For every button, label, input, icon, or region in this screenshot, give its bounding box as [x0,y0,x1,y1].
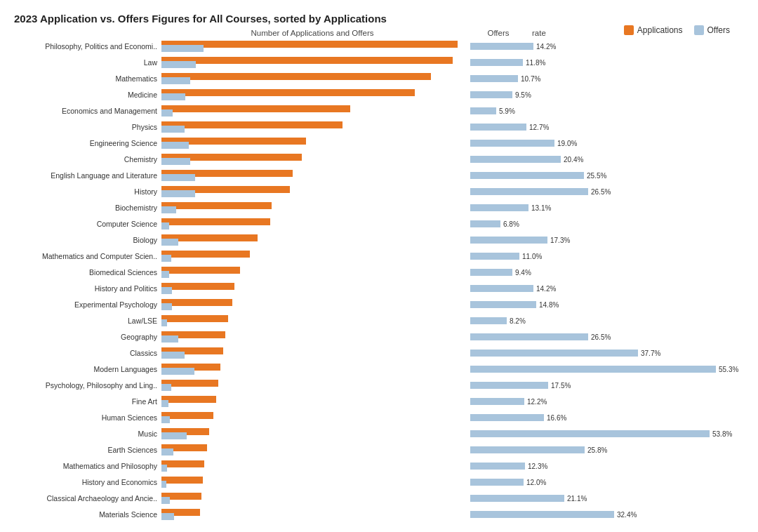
offer-bar-left [161,400,168,407]
offer-bar-left [161,287,172,294]
apps-bars [161,395,463,408]
offer-rate-bar [470,317,507,324]
rate-label: 11.8% [526,59,545,67]
course-label: History and Politics [14,284,161,293]
course-label: Chemistry [14,155,161,164]
apps-bars [161,331,463,343]
table-row: Geography 26.5% [14,329,744,345]
table-row: English Language and Literature 25.5% [14,168,744,183]
apps-bars [161,218,463,230]
offers-bar-area: 12.0% [470,476,744,488]
table-row: Chemistry 20.4% [14,152,744,167]
offers-bar-area: 26.5% [470,331,744,343]
offer-rate-bar [470,91,512,98]
offer-rate-bar [470,430,710,437]
offer-rate-bar [470,479,524,486]
offers-bar-area: 17.3% [470,234,744,246]
apps-bars [161,266,463,279]
rate-col-header: rate [532,29,574,37]
course-label: Law [14,58,161,67]
course-label: Mathematics and Philosophy [14,462,161,470]
rate-label: 26.5% [591,333,611,341]
offers-bar-area: 14.2% [470,40,744,53]
table-row: Mathematics and Computer Scien.. 11.0% [14,248,744,264]
offers-legend-box [694,25,704,35]
application-bar [161,477,203,484]
rate-label: 8.2% [510,317,526,325]
offers-bar-area: 26.5% [470,185,744,198]
table-row: Materials Science 32.4% [14,507,744,522]
offer-rate-bar [470,301,536,308]
offer-bar-left [161,271,169,278]
chart-body: Philosophy, Politics and Economi.. 14.2%… [14,39,744,523]
table-row: Computer Science 6.8% [14,216,744,232]
table-row: Classical Archaeology and Ancie.. 21.1% [14,491,744,506]
application-bar [161,396,216,403]
offers-col-header: Offers [470,29,526,37]
offers-bar-area: 11.8% [470,56,744,69]
offer-rate-bar [470,269,512,276]
offer-bar-left [161,142,189,149]
offer-rate-bar [470,495,564,502]
course-label: Computer Science [14,220,161,228]
table-row: Experimental Psychology 14.8% [14,297,744,312]
offer-rate-bar [470,382,548,389]
table-row: Earth Sciences 25.8% [14,442,744,458]
offer-bar-left [161,513,174,520]
offer-rate-bar [470,156,561,163]
offers-bar-area: 32.4% [470,508,744,521]
rate-label: 13.1% [531,204,551,212]
offer-bar-left [161,77,190,84]
table-row: Biomedical Sciences 9.4% [14,265,744,280]
offer-rate-bar [470,285,533,292]
rate-label: 32.4% [617,511,637,519]
rate-label: 12.7% [529,124,549,131]
offer-bar-left [161,352,185,359]
offers-bar-area: 12.7% [470,121,744,133]
course-label: Philosophy, Politics and Economi.. [14,42,161,51]
table-row: Law/LSE 8.2% [14,313,744,328]
table-row: Psychology, Philosophy and Ling.. 17.5% [14,378,744,393]
offer-bar-left [161,239,178,246]
rate-label: 37.7% [641,350,660,357]
application-bar [161,251,250,258]
offer-rate-bar [470,398,524,405]
offer-rate-bar [470,204,528,211]
offer-rate-bar [470,220,500,227]
offer-bar-left [161,465,167,472]
course-label: Fine Art [14,397,161,406]
offers-bar-area: 10.7% [470,72,744,85]
table-row: Modern Languages 55.3% [14,361,744,377]
offer-bar-left [161,93,185,100]
offer-rate-bar [470,188,588,195]
rate-label: 14.2% [536,285,556,293]
apps-bars [161,137,463,149]
course-label: Earth Sciences [14,446,161,454]
offers-bar-area: 6.8% [470,218,744,230]
table-row: History and Politics 14.2% [14,281,744,296]
table-row: Biology 17.3% [14,232,744,248]
apps-bars [161,88,463,101]
offer-rate-bar [470,107,496,114]
offer-rate-bar [470,350,638,357]
offer-rate-bar [470,511,614,518]
chart-title: 2023 Application vs. Offers Figures for … [14,13,744,25]
application-bar [161,283,234,290]
legend: Applications Offers [624,25,730,35]
course-label: Biochemistry [14,204,161,212]
offer-rate-bar [470,75,518,82]
course-label: Geography [14,333,161,341]
rate-label: 12.3% [528,463,547,470]
table-row: Philosophy, Politics and Economi.. 14.2% [14,39,744,54]
legend-applications: Applications [624,25,683,35]
rate-label: 11.0% [522,253,542,260]
application-bar [161,73,431,80]
course-label: Physics [14,123,161,131]
rate-label: 21.1% [567,495,587,503]
offers-bar-area: 25.8% [470,444,744,456]
offer-bar-left [161,497,170,504]
offers-bar-area: 20.4% [470,153,744,166]
apps-bars [161,444,463,456]
offer-bar-left [161,222,169,230]
offers-bar-area: 11.0% [470,250,744,262]
